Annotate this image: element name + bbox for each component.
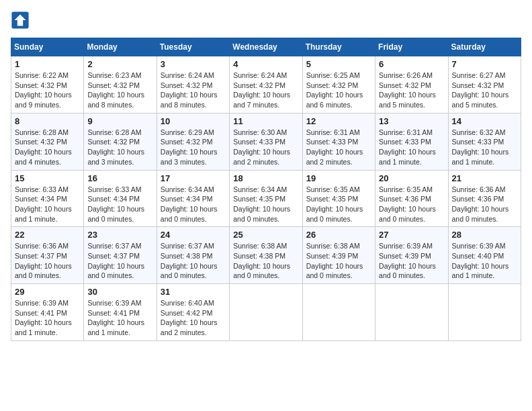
calendar-cell: 29Sunrise: 6:39 AM Sunset: 4:41 PM Dayli…	[11, 284, 84, 341]
day-number: 27	[379, 230, 444, 240]
calendar-header-row: SundayMondayTuesdayWednesdayThursdayFrid…	[11, 38, 521, 56]
calendar-week-5: 29Sunrise: 6:39 AM Sunset: 4:41 PM Dayli…	[11, 284, 521, 341]
day-number: 7	[452, 59, 517, 69]
calendar-cell: 21Sunrise: 6:36 AM Sunset: 4:36 PM Dayli…	[448, 170, 521, 227]
calendar-cell: 22Sunrise: 6:36 AM Sunset: 4:37 PM Dayli…	[11, 227, 84, 284]
day-number: 10	[161, 116, 226, 126]
day-number: 1	[15, 59, 80, 69]
day-number: 25	[233, 230, 298, 240]
day-info: Sunrise: 6:38 AM Sunset: 4:39 PM Dayligh…	[306, 241, 371, 281]
day-number: 11	[233, 116, 298, 126]
day-info: Sunrise: 6:35 AM Sunset: 4:35 PM Dayligh…	[306, 185, 371, 224]
calendar-cell: 14Sunrise: 6:32 AM Sunset: 4:33 PM Dayli…	[448, 113, 521, 170]
day-info: Sunrise: 6:38 AM Sunset: 4:38 PM Dayligh…	[233, 241, 298, 281]
day-number: 28	[452, 230, 517, 240]
day-info: Sunrise: 6:30 AM Sunset: 4:33 PM Dayligh…	[233, 128, 298, 167]
calendar-cell: 30Sunrise: 6:39 AM Sunset: 4:41 PM Dayli…	[84, 284, 157, 341]
page-header	[11, 11, 521, 30]
calendar-cell: 11Sunrise: 6:30 AM Sunset: 4:33 PM Dayli…	[230, 113, 302, 170]
day-number: 13	[379, 116, 444, 126]
day-number: 30	[87, 287, 152, 297]
day-number: 15	[15, 173, 80, 183]
calendar-week-3: 15Sunrise: 6:33 AM Sunset: 4:34 PM Dayli…	[11, 170, 521, 227]
day-info: Sunrise: 6:40 AM Sunset: 4:42 PM Dayligh…	[161, 298, 226, 338]
day-number: 14	[452, 116, 517, 126]
day-number: 29	[15, 287, 80, 297]
day-number: 3	[161, 59, 226, 69]
calendar-week-4: 22Sunrise: 6:36 AM Sunset: 4:37 PM Dayli…	[11, 227, 521, 284]
day-number: 23	[87, 230, 152, 240]
day-header-friday: Friday	[375, 38, 448, 56]
calendar-cell	[448, 284, 521, 341]
calendar-cell: 5Sunrise: 6:25 AM Sunset: 4:32 PM Daylig…	[302, 56, 375, 113]
day-header-sunday: Sunday	[11, 38, 84, 56]
day-header-thursday: Thursday	[302, 38, 375, 56]
day-info: Sunrise: 6:26 AM Sunset: 4:32 PM Dayligh…	[379, 71, 444, 110]
day-info: Sunrise: 6:39 AM Sunset: 4:41 PM Dayligh…	[15, 298, 80, 338]
day-info: Sunrise: 6:35 AM Sunset: 4:36 PM Dayligh…	[379, 185, 444, 224]
day-info: Sunrise: 6:39 AM Sunset: 4:40 PM Dayligh…	[452, 241, 517, 281]
day-info: Sunrise: 6:22 AM Sunset: 4:32 PM Dayligh…	[15, 71, 80, 110]
calendar-cell: 7Sunrise: 6:27 AM Sunset: 4:32 PM Daylig…	[448, 56, 521, 113]
calendar-cell: 8Sunrise: 6:28 AM Sunset: 4:32 PM Daylig…	[11, 113, 84, 170]
calendar-cell: 27Sunrise: 6:39 AM Sunset: 4:39 PM Dayli…	[375, 227, 448, 284]
day-number: 18	[233, 173, 298, 183]
day-info: Sunrise: 6:23 AM Sunset: 4:32 PM Dayligh…	[87, 71, 152, 110]
day-info: Sunrise: 6:27 AM Sunset: 4:32 PM Dayligh…	[452, 71, 517, 110]
day-number: 8	[15, 116, 80, 126]
day-number: 12	[306, 116, 371, 126]
day-number: 26	[306, 230, 371, 240]
day-header-monday: Monday	[84, 38, 157, 56]
calendar-cell: 1Sunrise: 6:22 AM Sunset: 4:32 PM Daylig…	[11, 56, 84, 113]
calendar-cell	[230, 284, 302, 341]
day-info: Sunrise: 6:28 AM Sunset: 4:32 PM Dayligh…	[87, 128, 152, 167]
day-info: Sunrise: 6:31 AM Sunset: 4:33 PM Dayligh…	[306, 128, 371, 167]
calendar-cell: 16Sunrise: 6:33 AM Sunset: 4:34 PM Dayli…	[84, 170, 157, 227]
calendar-cell: 19Sunrise: 6:35 AM Sunset: 4:35 PM Dayli…	[302, 170, 375, 227]
calendar-cell: 24Sunrise: 6:37 AM Sunset: 4:38 PM Dayli…	[157, 227, 229, 284]
day-info: Sunrise: 6:37 AM Sunset: 4:37 PM Dayligh…	[87, 241, 152, 281]
day-info: Sunrise: 6:24 AM Sunset: 4:32 PM Dayligh…	[161, 71, 226, 110]
calendar-cell: 15Sunrise: 6:33 AM Sunset: 4:34 PM Dayli…	[11, 170, 84, 227]
day-info: Sunrise: 6:28 AM Sunset: 4:32 PM Dayligh…	[15, 128, 80, 167]
calendar-cell: 10Sunrise: 6:29 AM Sunset: 4:32 PM Dayli…	[157, 113, 229, 170]
calendar-cell: 31Sunrise: 6:40 AM Sunset: 4:42 PM Dayli…	[157, 284, 229, 341]
day-number: 16	[87, 173, 152, 183]
calendar-week-1: 1Sunrise: 6:22 AM Sunset: 4:32 PM Daylig…	[11, 56, 521, 113]
day-number: 31	[161, 287, 226, 297]
day-number: 5	[306, 59, 371, 69]
day-number: 2	[87, 59, 152, 69]
day-info: Sunrise: 6:31 AM Sunset: 4:33 PM Dayligh…	[379, 128, 444, 167]
day-info: Sunrise: 6:33 AM Sunset: 4:34 PM Dayligh…	[87, 185, 152, 224]
day-info: Sunrise: 6:24 AM Sunset: 4:32 PM Dayligh…	[233, 71, 298, 110]
calendar-cell: 18Sunrise: 6:34 AM Sunset: 4:35 PM Dayli…	[230, 170, 302, 227]
day-header-tuesday: Tuesday	[157, 38, 229, 56]
calendar-cell: 28Sunrise: 6:39 AM Sunset: 4:40 PM Dayli…	[448, 227, 521, 284]
day-header-wednesday: Wednesday	[230, 38, 302, 56]
day-number: 21	[452, 173, 517, 183]
calendar-cell: 2Sunrise: 6:23 AM Sunset: 4:32 PM Daylig…	[84, 56, 157, 113]
calendar-cell: 20Sunrise: 6:35 AM Sunset: 4:36 PM Dayli…	[375, 170, 448, 227]
calendar-cell: 23Sunrise: 6:37 AM Sunset: 4:37 PM Dayli…	[84, 227, 157, 284]
calendar-cell: 6Sunrise: 6:26 AM Sunset: 4:32 PM Daylig…	[375, 56, 448, 113]
day-info: Sunrise: 6:39 AM Sunset: 4:41 PM Dayligh…	[87, 298, 152, 338]
day-number: 22	[15, 230, 80, 240]
day-number: 20	[379, 173, 444, 183]
day-number: 17	[161, 173, 226, 183]
calendar-cell: 17Sunrise: 6:34 AM Sunset: 4:34 PM Dayli…	[157, 170, 229, 227]
day-info: Sunrise: 6:29 AM Sunset: 4:32 PM Dayligh…	[161, 128, 226, 167]
day-number: 24	[161, 230, 226, 240]
day-info: Sunrise: 6:25 AM Sunset: 4:32 PM Dayligh…	[306, 71, 371, 110]
day-number: 6	[379, 59, 444, 69]
calendar-cell: 26Sunrise: 6:38 AM Sunset: 4:39 PM Dayli…	[302, 227, 375, 284]
day-info: Sunrise: 6:34 AM Sunset: 4:34 PM Dayligh…	[161, 185, 226, 224]
day-info: Sunrise: 6:34 AM Sunset: 4:35 PM Dayligh…	[233, 185, 298, 224]
calendar-cell	[375, 284, 448, 341]
calendar-cell: 4Sunrise: 6:24 AM Sunset: 4:32 PM Daylig…	[230, 56, 302, 113]
calendar-cell: 12Sunrise: 6:31 AM Sunset: 4:33 PM Dayli…	[302, 113, 375, 170]
day-number: 19	[306, 173, 371, 183]
calendar-cell: 25Sunrise: 6:38 AM Sunset: 4:38 PM Dayli…	[230, 227, 302, 284]
logo	[11, 11, 32, 30]
day-header-saturday: Saturday	[448, 38, 521, 56]
calendar-cell	[302, 284, 375, 341]
